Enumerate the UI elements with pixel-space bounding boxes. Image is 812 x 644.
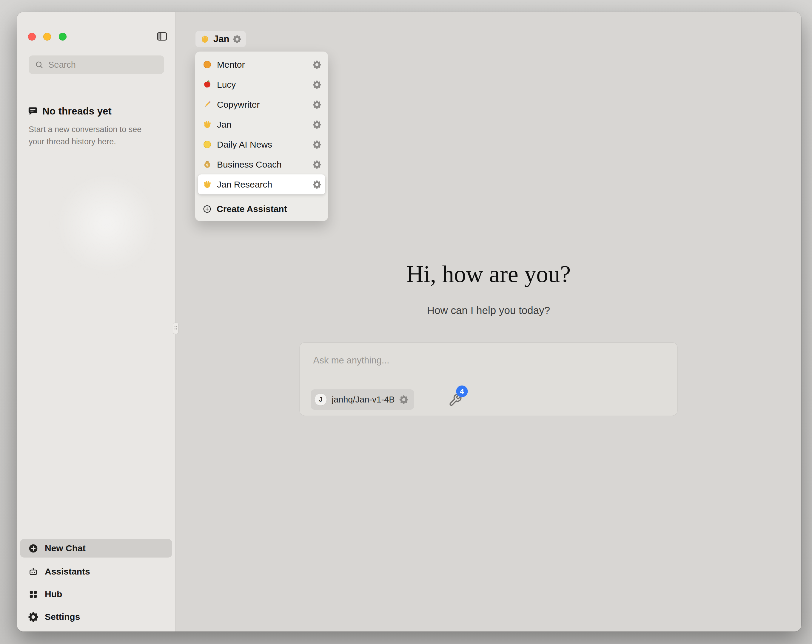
sidebar-item-hub[interactable]: Hub [20, 585, 172, 603]
gear-icon[interactable] [313, 81, 321, 89]
search-icon [35, 60, 44, 69]
empty-state-description: Start a new conversation to see your thr… [29, 123, 157, 148]
apple-emoji-icon [203, 80, 212, 89]
assistants-icon [28, 567, 38, 577]
create-assistant-label: Create Assistant [217, 204, 287, 214]
grip-dots-icon [174, 325, 177, 332]
gear-icon [28, 612, 38, 622]
model-avatar: J [314, 393, 327, 406]
assistant-menu-item-lucy[interactable]: Lucy [198, 75, 325, 94]
gear-icon[interactable] [313, 180, 321, 189]
model-name: janhq/Jan-v1-4B [332, 395, 395, 405]
sidebar-item-new-chat[interactable]: New Chat [20, 539, 172, 557]
gear-icon[interactable] [233, 35, 241, 43]
assistant-menu-item-label: Mentor [217, 59, 308, 70]
plus-circle-icon [28, 544, 38, 553]
yellow-circle-emoji-icon [203, 140, 212, 149]
assistant-menu-item-business-coach[interactable]: $ Business Coach [198, 154, 325, 174]
empty-state-title: No threads yet [43, 105, 111, 117]
search-input[interactable] [29, 55, 164, 74]
sidebar-item-label: Assistants [45, 566, 90, 577]
assistant-menu-item-label: Jan Research [217, 180, 308, 190]
sidebar: No threads yet Start a new conversation … [17, 12, 176, 632]
orange-circle-emoji-icon [203, 60, 212, 69]
greeting-subtitle: How can I help you today? [176, 304, 801, 316]
assistant-dropdown-menu: Mentor Lucy Copywriter Jan Daily AI News… [195, 51, 328, 221]
sidebar-item-settings[interactable]: Settings [20, 607, 172, 626]
search-box[interactable] [29, 55, 164, 74]
greeting-title: Hi, how are you? [176, 260, 801, 288]
create-assistant-button[interactable]: Create Assistant [198, 200, 325, 218]
assistant-menu-item-daily-ai-news[interactable]: Daily AI News [198, 134, 325, 154]
greeting: Hi, how are you? How can I help you toda… [176, 260, 801, 316]
assistant-name: Jan [214, 34, 229, 44]
sidebar-item-label: Hub [45, 589, 62, 599]
model-gear-icon[interactable] [400, 395, 408, 404]
assistant-menu-item-label: Lucy [217, 79, 308, 90]
gear-icon[interactable] [313, 160, 321, 169]
empty-state-header: No threads yet [28, 105, 111, 117]
app-window: No threads yet Start a new conversation … [17, 12, 801, 632]
zoom-button[interactable] [59, 33, 67, 41]
assistant-menu-item-copywriter[interactable]: Copywriter [198, 94, 325, 114]
assistant-menu-item-label: Business Coach [217, 160, 308, 170]
pencil-emoji-icon [203, 100, 212, 109]
assistant-menu-item-label: Jan [217, 120, 308, 130]
assistant-menu-item-label: Daily AI News [217, 140, 308, 150]
gear-icon[interactable] [313, 140, 321, 149]
close-button[interactable] [28, 33, 36, 41]
assistant-menu-item-mentor[interactable]: Mentor [198, 55, 325, 75]
sidebar-item-label: Settings [45, 612, 80, 622]
assistant-header-chip[interactable]: Jan [195, 31, 246, 47]
sidebar-item-assistants[interactable]: Assistants [20, 562, 172, 581]
model-selector[interactable]: J janhq/Jan-v1-4B [311, 390, 414, 410]
money-bag-emoji-icon: $ [203, 160, 212, 169]
chat-input[interactable] [313, 352, 664, 369]
gear-icon[interactable] [313, 100, 321, 109]
minimize-button[interactable] [43, 33, 51, 41]
wave-emoji-icon [203, 120, 212, 129]
chat-composer[interactable]: J janhq/Jan-v1-4B 4 [300, 342, 678, 416]
tools-count-badge: 4 [456, 385, 468, 397]
sidebar-resize-handle[interactable] [173, 323, 179, 334]
wave-emoji-icon [203, 180, 212, 189]
gear-icon[interactable] [313, 61, 321, 69]
plus-circle-outline-icon [203, 204, 212, 213]
sidebar-toggle-icon[interactable] [156, 30, 168, 42]
hub-grid-icon [28, 589, 38, 599]
assistant-menu-item-label: Copywriter [217, 100, 308, 110]
sidebar-item-label: New Chat [45, 543, 85, 553]
svg-text:$: $ [206, 163, 209, 167]
gear-icon[interactable] [313, 120, 321, 129]
assistant-menu-item-jan[interactable]: Jan [198, 114, 325, 134]
chat-bubble-icon [28, 106, 38, 116]
wave-emoji-icon [200, 35, 209, 44]
assistant-menu-item-jan-research[interactable]: Jan Research [198, 174, 325, 194]
